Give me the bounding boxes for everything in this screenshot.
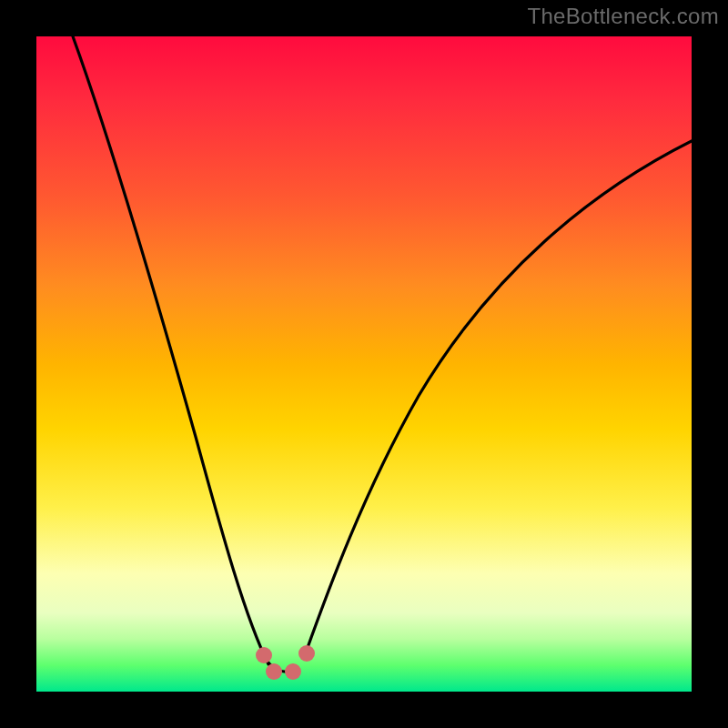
watermark-text: TheBottleneck.com bbox=[527, 4, 719, 29]
curve-svg bbox=[36, 36, 692, 692]
marker-dot bbox=[256, 647, 272, 663]
chart-frame: TheBottleneck.com bbox=[0, 0, 728, 728]
marker-dot bbox=[266, 663, 282, 680]
curve-left-branch bbox=[73, 36, 268, 664]
marker-dot bbox=[285, 663, 301, 680]
curve-right-branch bbox=[305, 141, 692, 655]
plot-area bbox=[36, 36, 692, 692]
marker-dot bbox=[298, 645, 315, 662]
